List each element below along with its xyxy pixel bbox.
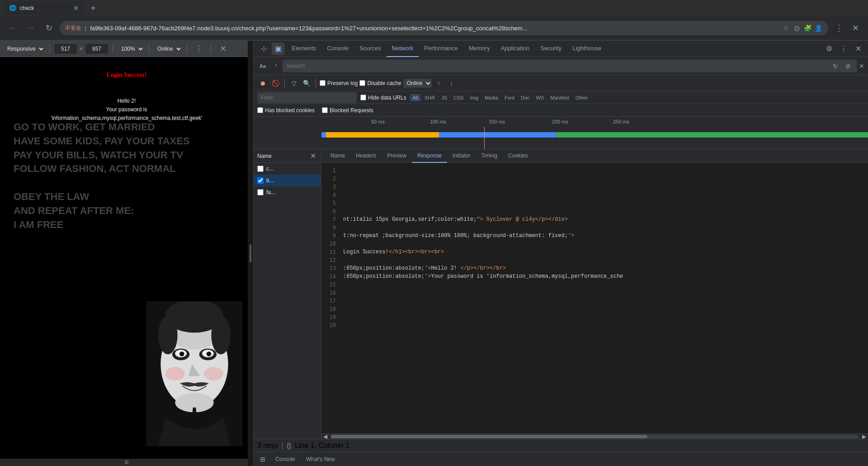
has-blocked-cookies-input[interactable] [257, 107, 263, 113]
filter-xhr[interactable]: XHR [422, 94, 438, 101]
filter-img[interactable]: Img [467, 94, 481, 101]
close-devtools-button[interactable]: ✕ [848, 21, 863, 35]
hide-data-urls-input[interactable] [360, 95, 366, 100]
request-row-fa[interactable]: fa... [254, 186, 321, 198]
tab-response[interactable]: Response [412, 149, 447, 163]
tab-timing[interactable]: Timing [476, 149, 503, 163]
tab-security[interactable]: Security [535, 41, 567, 57]
extensions-icon[interactable]: 🧩 [803, 24, 812, 33]
search-input[interactable] [286, 62, 828, 69]
settings-button[interactable]: ⋮ [832, 21, 846, 35]
export-har-button[interactable]: ↓ [446, 78, 457, 89]
profile-icon[interactable]: ⊙ [792, 24, 801, 33]
filter-all[interactable]: All [410, 94, 421, 101]
viewport-width-input[interactable] [54, 44, 77, 54]
match-case-button[interactable]: Aa [257, 61, 268, 71]
devtools-more-button[interactable]: ⋮ [837, 43, 850, 55]
zoom-selector[interactable]: 100% [118, 44, 144, 53]
clear-search-button[interactable]: ⊘ [843, 61, 854, 71]
console-icon[interactable]: ⊞ [257, 454, 268, 465]
filter-font[interactable]: Font [502, 94, 517, 101]
svg-point-10 [179, 352, 184, 357]
tab-close-button[interactable]: ✕ [72, 5, 80, 12]
filter-css[interactable]: CSS [451, 94, 467, 101]
tab-network[interactable]: Network [387, 41, 419, 57]
preserve-log-checkbox[interactable]: Preserve log [320, 80, 358, 86]
record-button[interactable]: ⏺ [257, 78, 268, 89]
devtools-tabs: Elements Console Sources Network Perform… [286, 41, 607, 57]
inspect-element-button[interactable]: ⊹ [257, 43, 270, 55]
device-selector[interactable]: Responsive [4, 44, 45, 53]
response-scrollbar[interactable]: ◀ ▶ [321, 433, 868, 439]
code-line-11: Login Success!</h1><br><br><br> [340, 248, 868, 256]
has-blocked-cookies-checkbox[interactable]: Has blocked cookies [257, 107, 315, 114]
account-icon[interactable]: 👤 [814, 24, 823, 33]
filter-input[interactable] [257, 92, 357, 103]
filter-doc[interactable]: Doc [518, 94, 533, 101]
active-tab[interactable]: 🌐 check ✕ [4, 1, 85, 15]
filter-media[interactable]: Media [482, 94, 501, 101]
code-line-2 [340, 175, 868, 183]
tab-initiator[interactable]: Initiator [447, 149, 476, 163]
tab-lighthouse[interactable]: Lighthouse [567, 41, 607, 57]
blocked-requests-input[interactable] [322, 107, 328, 113]
name-column-header[interactable]: Name ✕ [254, 149, 321, 163]
more-options-icon[interactable]: ⋮ [192, 42, 206, 56]
bookmark-star-icon[interactable]: ☆ [781, 24, 790, 33]
tab-console[interactable]: Console [321, 41, 354, 57]
scroll-right-arrow[interactable]: ▶ [860, 433, 868, 439]
request-c-checkbox[interactable] [257, 166, 264, 172]
tab-cookies[interactable]: Cookies [503, 149, 533, 163]
devtools-close-button[interactable]: ✕ [852, 43, 864, 55]
format-button[interactable]: {} [287, 442, 291, 449]
filter-button[interactable]: ▽ [288, 78, 299, 89]
new-tab-button[interactable]: + [87, 2, 99, 14]
blocked-requests-checkbox[interactable]: Blocked Requests [322, 107, 373, 114]
back-button[interactable]: ← [5, 21, 20, 35]
request-row-b[interactable]: b... [254, 175, 321, 186]
tab-performance[interactable]: Performance [419, 41, 463, 57]
scrollbar-thumb[interactable] [331, 435, 647, 438]
scroll-left-arrow[interactable]: ◀ [321, 433, 329, 439]
search-requests-button[interactable]: 🔍 [301, 78, 312, 89]
tab-sources[interactable]: Sources [354, 41, 387, 57]
tab-name[interactable]: Name [325, 149, 350, 163]
devtools-settings-button[interactable]: ⚙ [823, 43, 835, 55]
scrollbar-track[interactable] [331, 435, 859, 438]
address-bar[interactable]: 不安全 | fa9fe363-09af-4686-967d-76acb269f4… [60, 21, 828, 35]
close-name-column-button[interactable]: ✕ [308, 152, 317, 161]
filter-ws[interactable]: WS [533, 94, 547, 101]
whats-new-tab[interactable]: What's New [302, 454, 339, 464]
request-row-c[interactable]: c... [254, 163, 321, 175]
webpage-scrollbar[interactable]: ≡ [0, 459, 253, 466]
code-line-3 [340, 183, 868, 191]
request-fa-checkbox[interactable] [257, 189, 264, 195]
hide-data-urls-checkbox[interactable]: Hide data URLs [360, 95, 406, 101]
filter-manifest[interactable]: Manifest [547, 94, 572, 101]
regex-button[interactable]: .* [270, 61, 281, 71]
filter-js[interactable]: JS [439, 94, 450, 101]
online-selector[interactable]: Online [403, 79, 432, 88]
request-b-checkbox[interactable] [257, 177, 264, 184]
tab-application[interactable]: Application [495, 41, 535, 57]
network-throttle-selector[interactable]: Online [154, 44, 182, 53]
close-search-button[interactable]: ✕ [859, 62, 864, 70]
disable-cache-input[interactable] [359, 80, 365, 86]
preserve-log-input[interactable] [320, 80, 326, 86]
import-har-button[interactable]: ↑ [434, 78, 444, 89]
tab-memory[interactable]: Memory [463, 41, 495, 57]
tab-elements[interactable]: Elements [286, 41, 321, 57]
refresh-button[interactable]: ↻ [42, 21, 56, 35]
close-responsive-icon[interactable]: ✕ [216, 42, 230, 56]
forward-button[interactable]: → [24, 21, 38, 35]
disable-cache-checkbox[interactable]: Disable cache [359, 80, 401, 86]
filter-other[interactable]: Other [573, 94, 591, 101]
resize-handle[interactable] [248, 41, 253, 466]
console-tab[interactable]: Console [272, 454, 299, 464]
tab-headers[interactable]: Headers [350, 149, 382, 163]
viewport-height-input[interactable] [85, 44, 108, 54]
device-toolbar-button[interactable]: ▣ [272, 43, 284, 55]
refresh-search-button[interactable]: ↻ [830, 61, 841, 71]
tab-preview[interactable]: Preview [382, 149, 412, 163]
clear-button[interactable]: 🚫 [270, 78, 281, 89]
